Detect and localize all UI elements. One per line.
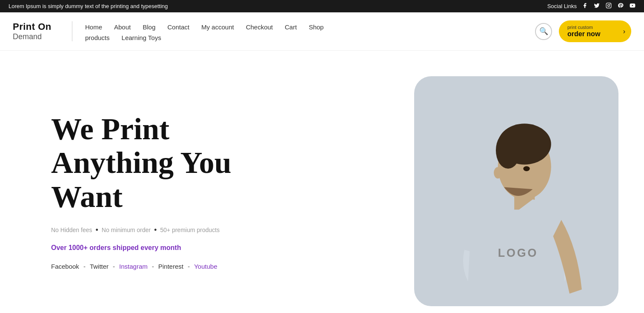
- svg-point-10: [523, 166, 530, 171]
- top-bar: Lorem Ipsum is simply dummy text of the …: [0, 0, 644, 12]
- social-pinterest[interactable]: Pinterest: [158, 263, 183, 270]
- nav-learning-toys[interactable]: Learning Toys: [122, 34, 161, 41]
- header-actions: 🔍 print custom order now ›: [535, 20, 631, 42]
- social-twitter[interactable]: Twitter: [90, 263, 109, 270]
- svg-point-11: [494, 167, 502, 178]
- facebook-icon[interactable]: [582, 3, 588, 10]
- svg-text:LOGO: LOGO: [498, 247, 538, 259]
- nav-myaccount[interactable]: My account: [201, 23, 234, 31]
- subtitle-premium: 50+ premium products: [160, 227, 220, 233]
- search-icon: 🔍: [539, 27, 548, 36]
- marquee-text: Lorem Ipsum is simply dummy text of the …: [9, 3, 547, 9]
- logo-line2: Demand: [13, 32, 59, 41]
- dot-1: •: [96, 226, 98, 235]
- nav-blog[interactable]: Blog: [143, 23, 155, 31]
- svg-point-1: [608, 5, 610, 7]
- nav-products[interactable]: products: [85, 34, 110, 41]
- svg-point-7: [496, 132, 521, 169]
- subtitle-no-min: No minimum order: [102, 227, 151, 233]
- social-links-label: Social Links: [547, 3, 577, 9]
- hero-image-container: LOGO: [414, 76, 618, 306]
- hero-social-links: Facebook - Twitter - Instagram - Pintere…: [51, 263, 289, 270]
- svg-point-2: [610, 4, 610, 5]
- sep-3: -: [152, 263, 154, 270]
- search-button[interactable]: 🔍: [535, 23, 552, 40]
- order-button[interactable]: print custom order now ›: [559, 20, 631, 42]
- sep-4: -: [188, 263, 190, 270]
- order-btn-sublabel: print custom: [567, 25, 593, 30]
- svg-rect-0: [606, 3, 611, 8]
- logo-line1: Print On: [13, 21, 59, 32]
- social-icons-group: [582, 3, 635, 10]
- hero-section: We Print Anything You Want No Hidden fee…: [0, 51, 644, 313]
- nav-about[interactable]: About: [114, 23, 131, 31]
- social-instagram[interactable]: Instagram: [119, 263, 148, 270]
- nav-shop[interactable]: Shop: [309, 23, 323, 31]
- nav-home[interactable]: Home: [85, 23, 102, 31]
- instagram-icon[interactable]: [606, 3, 612, 10]
- hero-content: We Print Anything You Want No Hidden fee…: [51, 112, 289, 270]
- pinterest-icon[interactable]: [618, 3, 624, 10]
- logo[interactable]: Print On Demand: [13, 21, 72, 41]
- hero-title: We Print Anything You Want: [51, 112, 289, 214]
- nav-contact[interactable]: Contact: [167, 23, 189, 31]
- dot-2: •: [154, 226, 157, 235]
- hero-subtitle: No Hidden fees • No minimum order • 50+ …: [51, 226, 289, 235]
- nav-row-1: Home About Blog Contact My account Check…: [85, 16, 527, 34]
- main-nav: Home About Blog Contact My account Check…: [72, 16, 527, 47]
- social-facebook[interactable]: Facebook: [51, 263, 79, 270]
- twitter-icon[interactable]: [594, 3, 600, 10]
- youtube-icon[interactable]: [630, 3, 635, 10]
- sep-2: -: [113, 263, 115, 270]
- nav-cart[interactable]: Cart: [285, 23, 297, 31]
- arrow-right-icon: ›: [623, 28, 625, 35]
- header: Print On Demand Home About Blog Contact …: [0, 12, 644, 51]
- nav-row-2: products Learning Toys: [85, 34, 527, 47]
- hero-orders-text[interactable]: Over 1000+ orders shipped every month: [51, 244, 289, 252]
- order-btn-mainlabel: order now: [567, 30, 600, 38]
- hero-person-illustration: LOGO: [435, 85, 597, 298]
- hero-image: LOGO: [414, 76, 618, 306]
- nav-checkout[interactable]: Checkout: [246, 23, 273, 31]
- sep-1: -: [83, 263, 86, 270]
- social-youtube[interactable]: Youtube: [194, 263, 218, 270]
- subtitle-no-fees: No Hidden fees: [51, 227, 92, 233]
